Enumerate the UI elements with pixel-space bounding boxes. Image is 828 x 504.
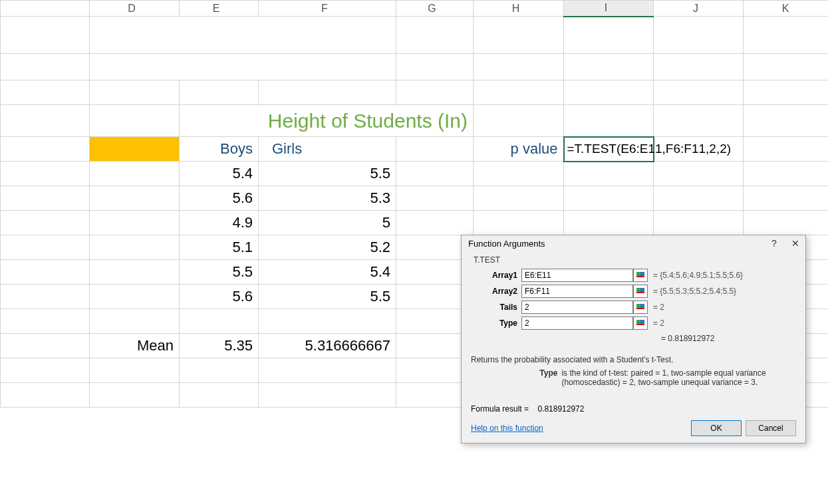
range-selector-icon[interactable] (633, 269, 648, 282)
cell[interactable] (90, 80, 180, 105)
cell[interactable] (564, 54, 654, 80)
header-girls[interactable]: Girls (259, 137, 396, 162)
boys-2[interactable]: 4.9 (180, 211, 259, 235)
cell[interactable] (396, 186, 474, 211)
close-icon[interactable]: ✕ (789, 238, 801, 249)
cell[interactable] (1, 17, 90, 54)
cell[interactable] (1, 211, 90, 235)
mean-label[interactable]: Mean (90, 334, 180, 358)
cell[interactable] (90, 211, 180, 235)
cell[interactable] (474, 211, 564, 235)
cell[interactable] (564, 105, 654, 137)
cell[interactable] (474, 17, 564, 54)
cell[interactable] (744, 137, 829, 162)
boys-0[interactable]: 5.4 (180, 162, 259, 186)
cell[interactable] (90, 285, 180, 309)
mean-boys[interactable]: 5.35 (180, 334, 259, 358)
col-header-J[interactable]: J (654, 1, 744, 17)
cell[interactable] (259, 358, 396, 383)
cell[interactable] (744, 105, 829, 137)
cell[interactable] (564, 80, 654, 105)
cell[interactable] (474, 54, 564, 80)
col-header-blank[interactable] (1, 1, 90, 17)
boys-3[interactable]: 5.1 (180, 235, 259, 260)
cell[interactable] (744, 80, 829, 105)
col-header-D[interactable]: D (90, 1, 180, 17)
boys-1[interactable]: 5.6 (180, 186, 259, 211)
cell[interactable] (90, 105, 180, 137)
cell[interactable] (396, 137, 474, 162)
cell[interactable] (1, 235, 90, 260)
array1-input[interactable] (521, 269, 633, 282)
cell[interactable] (474, 80, 564, 105)
cell[interactable] (744, 54, 829, 80)
cell[interactable] (1, 285, 90, 309)
header-cell-blank[interactable] (90, 137, 180, 162)
cell[interactable] (396, 17, 474, 54)
cell[interactable] (90, 383, 180, 408)
header-boys[interactable]: Boys (180, 137, 259, 162)
cell[interactable] (1, 334, 90, 358)
cell[interactable] (744, 211, 829, 235)
cell[interactable] (564, 186, 654, 211)
cell[interactable] (259, 383, 396, 408)
range-selector-icon[interactable] (633, 301, 648, 314)
cell[interactable] (744, 17, 829, 54)
cell[interactable] (654, 211, 744, 235)
cell[interactable] (396, 80, 474, 105)
col-header-F[interactable]: F (259, 1, 396, 17)
cell[interactable] (180, 80, 259, 105)
cell[interactable] (1, 309, 90, 334)
cell[interactable] (1, 162, 90, 186)
cell[interactable] (180, 358, 259, 383)
cell[interactable] (259, 309, 396, 334)
girls-4[interactable]: 5.4 (259, 260, 396, 285)
cell[interactable] (90, 358, 180, 383)
dialog-titlebar[interactable]: Function Arguments ? ✕ (462, 235, 805, 251)
column-header-row[interactable]: D E F G H I J K (1, 1, 829, 17)
array2-input[interactable] (521, 285, 633, 298)
cell[interactable] (1, 80, 90, 105)
function-arguments-dialog[interactable]: Function Arguments ? ✕ T.TEST Array1 = {… (461, 235, 806, 443)
cell[interactable] (90, 186, 180, 211)
col-header-K[interactable]: K (744, 1, 829, 17)
cell[interactable] (1, 137, 90, 162)
cell[interactable] (90, 309, 180, 334)
cell[interactable] (744, 162, 829, 186)
cell[interactable] (654, 80, 744, 105)
cell[interactable] (654, 186, 744, 211)
girls-5[interactable]: 5.5 (259, 285, 396, 309)
cancel-button[interactable]: Cancel (746, 420, 796, 436)
cell[interactable] (259, 80, 396, 105)
cell[interactable] (1, 383, 90, 408)
help-on-function-link[interactable]: Help on this function (471, 424, 543, 433)
col-header-H[interactable]: H (474, 1, 564, 17)
cell[interactable] (1, 186, 90, 211)
range-selector-icon[interactable] (633, 285, 648, 298)
col-header-I[interactable]: I (564, 1, 654, 17)
type-input[interactable] (521, 316, 633, 330)
cell[interactable] (396, 54, 474, 80)
cell[interactable] (1, 260, 90, 285)
cell[interactable] (396, 162, 474, 186)
cell[interactable] (474, 105, 564, 137)
cell[interactable] (474, 162, 564, 186)
ok-button[interactable]: OK (691, 420, 742, 436)
range-selector-icon[interactable] (633, 316, 648, 330)
col-header-G[interactable]: G (396, 1, 474, 17)
cell[interactable] (654, 54, 744, 80)
cell[interactable] (654, 105, 744, 137)
cell[interactable] (1, 105, 90, 137)
girls-0[interactable]: 5.5 (259, 162, 396, 186)
cell[interactable] (1, 358, 90, 383)
pvalue-label[interactable]: p value (474, 137, 564, 162)
col-header-E[interactable]: E (180, 1, 259, 17)
cell[interactable] (90, 162, 180, 186)
cell[interactable] (90, 235, 180, 260)
cell[interactable] (744, 186, 829, 211)
boys-4[interactable]: 5.5 (180, 260, 259, 285)
cell[interactable] (180, 383, 259, 408)
help-icon[interactable]: ? (768, 238, 780, 249)
girls-2[interactable]: 5 (259, 211, 396, 235)
mean-girls[interactable]: 5.316666667 (259, 334, 396, 358)
